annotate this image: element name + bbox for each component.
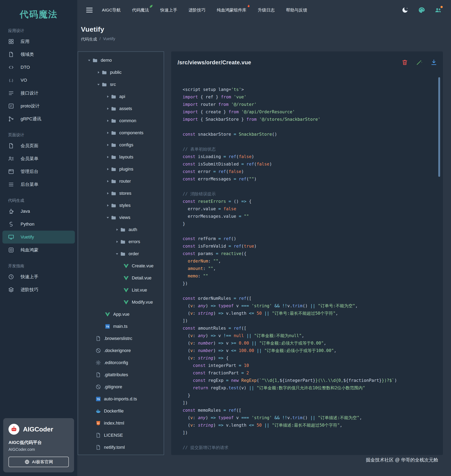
tree-item-gitignore[interactable]: .gitignore (78, 381, 164, 393)
sidebar-item-vo[interactable]: {..}VO (0, 74, 77, 87)
tree-item-public[interactable]: public (78, 66, 164, 79)
tree-item-netlify-toml[interactable]: netlify.toml (78, 441, 164, 453)
branch-icon (8, 116, 14, 122)
tree-item-common[interactable]: common (78, 115, 164, 127)
code-line: const amountRules = ref([ (183, 325, 431, 332)
tree-item-demo[interactable]: demo (78, 54, 164, 66)
tree-item-components[interactable]: components (78, 127, 164, 139)
tree-item-auth[interactable]: auth (78, 224, 164, 236)
top-nav-advanced-tips[interactable]: 进阶技巧 (188, 7, 205, 13)
code-line: (v: number) => v >= 0.00 || "订单金额:必须大于或等… (183, 340, 431, 347)
tree-item-label: .browserslistrc (104, 336, 132, 341)
code-line: const regExp = new RegExp(`^\\d{1,${inte… (183, 377, 431, 384)
generate-button[interactable] (416, 59, 423, 66)
tree-item-index-html[interactable]: <>index.html (78, 417, 164, 429)
sidebar-item-grpc[interactable]: gRPC通讯 (0, 112, 77, 125)
tree-item-configs[interactable]: configs (78, 139, 164, 151)
top-nav-quick-start[interactable]: 快速上手 (160, 7, 177, 13)
tree-item-license[interactable]: LICENSE (78, 429, 164, 441)
promo-domain: AIGCoder.com (8, 447, 69, 452)
tree-item-errors[interactable]: errors (78, 236, 164, 248)
tree-item-editorconfig[interactable]: .editorconfig (78, 357, 164, 369)
tree-item-layouts[interactable]: layouts (78, 151, 164, 163)
sidebar-item-label: 接口设计 (21, 90, 38, 96)
sidebar-item-dto[interactable]: DTO (0, 61, 77, 74)
tree-item-order[interactable]: order (78, 248, 164, 260)
tree-item-plugins[interactable]: plugins (78, 163, 164, 175)
tree-item-dockerfile[interactable]: Dockerfile (78, 405, 164, 417)
sidebar-item-proto-design[interactable]: Pproto设计 (0, 100, 77, 112)
top-nav-label: AIGC导航 (102, 8, 121, 12)
sidebar-item-label: 进阶技巧 (21, 287, 38, 293)
caret-right-icon (105, 131, 111, 135)
ts-file-icon: TS (95, 396, 101, 402)
tree-item-label: errors (129, 239, 140, 244)
tree-item-create-vue[interactable]: Create.vue (78, 260, 164, 272)
sidebar-item-python[interactable]: Python (0, 218, 77, 231)
menu-toggle-button[interactable] (85, 6, 94, 14)
sidebar-item-quick-start[interactable]: 快速上手 (0, 270, 77, 283)
tree-item-stores[interactable]: stores (78, 187, 164, 199)
top-nav-harmony-components[interactable]: 纯血鸿蒙组件库 (217, 7, 246, 13)
tree-item-gitattributes[interactable]: .gitattributes (78, 369, 164, 381)
code-line: amount: "", (183, 265, 431, 272)
sidebar-item-label: 管理后台 (21, 169, 38, 175)
top-nav-help-feedback[interactable]: 帮助与反馈 (286, 7, 307, 13)
code-line: } (183, 392, 431, 399)
top-nav-changelog[interactable]: 升级日志 (258, 7, 275, 13)
code-scrollbar[interactable] (438, 77, 440, 177)
folder-icon (101, 70, 107, 75)
tree-item-label: configs (119, 142, 133, 147)
download-button[interactable] (430, 59, 437, 66)
sidebar-item-member-page[interactable]: 会员页面 (0, 139, 77, 152)
top-nav-code-magic[interactable]: 代码魔法 (132, 7, 149, 13)
tree-item-modify-vue[interactable]: Modify.vue (78, 296, 164, 308)
sidebar-item-member-menu[interactable]: 会员菜单 (0, 152, 77, 165)
sidebar-item-admin-console[interactable]: 管理后台 (0, 165, 77, 178)
sidebar-item-domain-class[interactable]: 领域类 (0, 48, 77, 61)
tree-item-views[interactable]: views (78, 212, 164, 224)
folder-icon (111, 215, 116, 220)
top-nav-label: 纯血鸿蒙组件库 (217, 8, 246, 12)
tree-item-list-vue[interactable]: List.vue (78, 284, 164, 296)
page-header: Vuetify 代码生成 / Vuetify (77, 20, 451, 42)
tree-item-detail-vue[interactable]: Detail.vue (78, 272, 164, 284)
sidebar-item-java[interactable]: Java (0, 205, 77, 218)
tree-item-src[interactable]: src (78, 79, 164, 91)
tree-item-label: Dockerfile (104, 409, 124, 414)
tree-item-label: demo (101, 58, 112, 63)
official-site-button[interactable]: AI极客官网 (8, 457, 69, 467)
folder-icon (111, 130, 116, 136)
tree-item-dockerignore[interactable]: .dockerignore (78, 345, 164, 357)
app-logo: 代码魔法 (0, 8, 77, 20)
sidebar-item-harmony[interactable]: 纯血鸿蒙 (0, 244, 77, 256)
tree-item-main-ts[interactable]: TSmain.ts (78, 320, 164, 332)
notification-dot (440, 6, 443, 8)
sidebar-item-api-design[interactable]: 接口设计 (0, 87, 77, 100)
sidebar-item-vuetify[interactable]: Vuetify (2, 231, 75, 244)
tree-item-auto-imports-d-ts[interactable]: TSauto-imports.d.ts (78, 393, 164, 405)
tree-item-label: plugins (119, 166, 133, 172)
sidebar-item-app[interactable]: 应用 (0, 35, 77, 48)
top-nav-aigc-nav[interactable]: AIGC导航 (102, 7, 121, 13)
tree-item-router[interactable]: router (78, 175, 164, 187)
delete-button[interactable] (401, 59, 408, 66)
vue-file-icon (123, 275, 129, 281)
tree-item-api[interactable]: api (78, 91, 164, 103)
breadcrumb-parent[interactable]: 代码生成 (81, 37, 97, 42)
theme-button[interactable] (418, 6, 425, 14)
dark-mode-button[interactable] (401, 6, 409, 14)
tree-item-app-vue[interactable]: App.vue (78, 308, 164, 320)
wand-icon (416, 59, 423, 66)
sidebar-item-label: gRPC通讯 (21, 116, 41, 122)
tree-item-assets[interactable]: assets (78, 103, 164, 115)
code-line: (v: string) => v.length <= 50 || "订单号:最长… (183, 310, 431, 317)
sidebar-item-advanced-tips[interactable]: 进阶技巧 (0, 283, 77, 296)
sidebar-item-admin-menu[interactable]: 后台菜单 (0, 178, 77, 191)
code-header: /src/views/order/Create.vue (171, 51, 443, 66)
community-button[interactable] (434, 6, 442, 14)
sidebar-nav: 应用设计应用领域类DTO{..}VO接口设计Pproto设计gRPC通讯页面设计… (0, 21, 77, 296)
tree-item-styles[interactable]: styles (78, 199, 164, 212)
tree-item-browserslistrc[interactable]: .browserslistrc (78, 332, 164, 345)
sidebar-item-label: Java (21, 209, 30, 214)
